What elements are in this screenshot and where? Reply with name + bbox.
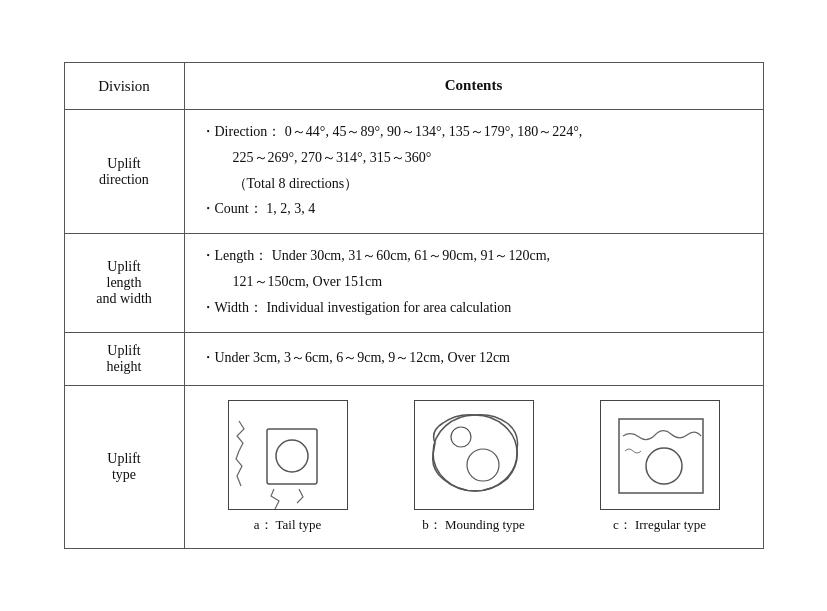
type-item-irregular: c： Irregular type (600, 400, 720, 534)
row-uplift-type: Uplifttype (64, 385, 763, 548)
contents-uplift-direction: ・Direction： 0～44°, 45～89°, 90～134°, 135～… (184, 109, 763, 233)
row-uplift-length-width: Upliftlengthand width ・Length： Under 30c… (64, 234, 763, 332)
division-uplift-height: Upliftheight (64, 332, 184, 385)
svg-rect-0 (267, 429, 317, 484)
contents-uplift-length-width: ・Length： Under 30cm, 31～60cm, 61～90cm, 9… (184, 234, 763, 332)
sketch-tail (228, 400, 348, 510)
type-item-mounding: b： Mounding type (414, 400, 534, 534)
width-line: ・Width： Individual investigation for are… (201, 296, 747, 320)
division-uplift-length-width: Upliftlengthand width (64, 234, 184, 332)
header-contents: Contents (184, 63, 763, 110)
svg-point-2 (433, 415, 517, 491)
svg-mounding (415, 401, 534, 510)
svg-point-5 (646, 448, 682, 484)
svg-irregular (601, 401, 720, 510)
type-images-container: a： Tail type (195, 400, 753, 534)
division-uplift-direction: Upliftdirection (64, 109, 184, 233)
label-tail: a： Tail type (254, 516, 321, 534)
header-division: Division (64, 63, 184, 110)
label-irregular: c： Irregular type (613, 516, 706, 534)
direction-count: ・Count： 1, 2, 3, 4 (201, 197, 747, 221)
direction-line1: ・Direction： 0～44°, 45～89°, 90～134°, 135～… (201, 120, 747, 144)
length-line1: ・Length： Under 30cm, 31～60cm, 61～90cm, 9… (201, 244, 747, 268)
svg-tail (229, 401, 348, 510)
contents-uplift-type: a： Tail type (184, 385, 763, 548)
direction-line2: 225～269°, 270～314°, 315～360° (201, 146, 747, 170)
row-uplift-height: Upliftheight ・Under 3cm, 3～6cm, 6～9cm, 9… (64, 332, 763, 385)
main-table: Division Contents Upliftdirection ・Direc… (64, 62, 764, 548)
row-uplift-direction: Upliftdirection ・Direction： 0～44°, 45～89… (64, 109, 763, 233)
length-line2: 121～150cm, Over 151cm (201, 270, 747, 294)
svg-point-3 (451, 427, 471, 447)
height-line: ・Under 3cm, 3～6cm, 6～9cm, 9～12cm, Over 1… (201, 346, 747, 370)
label-mounding: b： Mounding type (422, 516, 525, 534)
direction-line3: （Total 8 directions） (201, 172, 747, 196)
type-item-tail: a： Tail type (228, 400, 348, 534)
sketch-mounding (414, 400, 534, 510)
sketch-irregular (600, 400, 720, 510)
svg-point-1 (276, 440, 308, 472)
svg-point-4 (467, 449, 499, 481)
header-row: Division Contents (64, 63, 763, 110)
contents-uplift-height: ・Under 3cm, 3～6cm, 6～9cm, 9～12cm, Over 1… (184, 332, 763, 385)
division-uplift-type: Uplifttype (64, 385, 184, 548)
table-wrapper: Division Contents Upliftdirection ・Direc… (64, 62, 764, 548)
